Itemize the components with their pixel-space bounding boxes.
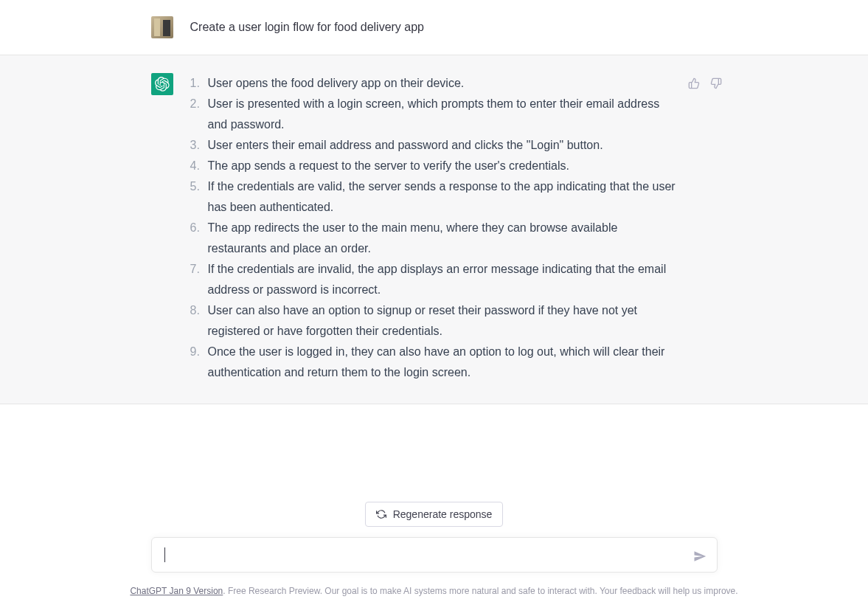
- send-button[interactable]: [691, 547, 709, 565]
- footer-disclaimer: ChatGPT Jan 9 Version. Free Research Pre…: [0, 586, 868, 596]
- list-item: The app redirects the user to the main m…: [190, 218, 677, 259]
- list-item: If the credentials are invalid, the app …: [190, 259, 677, 300]
- list-item: User can also have an option to signup o…: [190, 300, 677, 342]
- disclaimer-text: . Free Research Preview. Our goal is to …: [223, 586, 737, 596]
- assistant-message-row: User opens the food delivery app on thei…: [0, 55, 868, 404]
- list-item: User is presented with a login screen, w…: [190, 94, 677, 135]
- thumbs-down-icon: [710, 77, 722, 89]
- regenerate-icon: [376, 509, 386, 519]
- input-area: Regenerate response ChatGPT Jan 9 Versio…: [0, 502, 868, 605]
- openai-logo-icon: [155, 77, 170, 91]
- response-list: User opens the food delivery app on thei…: [190, 73, 677, 383]
- assistant-response-content: User opens the food delivery app on thei…: [190, 73, 718, 383]
- send-icon: [693, 550, 706, 563]
- assistant-avatar: [151, 73, 173, 95]
- input-cursor: [164, 547, 165, 562]
- list-item: If the credentials are valid, the server…: [190, 176, 677, 218]
- user-message-row: Create a user login flow for food delive…: [0, 0, 868, 55]
- thumbs-up-icon: [688, 77, 700, 89]
- list-item: User enters their email address and pass…: [190, 135, 677, 156]
- list-item: The app sends a request to the server to…: [190, 156, 677, 176]
- list-item: Once the user is logged in, they can als…: [190, 342, 677, 383]
- regenerate-button[interactable]: Regenerate response: [365, 502, 504, 527]
- version-link[interactable]: ChatGPT Jan 9 Version: [130, 586, 223, 596]
- regenerate-label: Regenerate response: [393, 508, 493, 520]
- user-avatar: [151, 16, 173, 38]
- user-message-text: Create a user login flow for food delive…: [190, 16, 425, 36]
- chat-input[interactable]: [151, 537, 718, 573]
- feedback-buttons: [687, 76, 723, 91]
- thumbs-down-button[interactable]: [709, 76, 723, 91]
- list-item: User opens the food delivery app on thei…: [190, 73, 677, 94]
- thumbs-up-button[interactable]: [687, 76, 701, 91]
